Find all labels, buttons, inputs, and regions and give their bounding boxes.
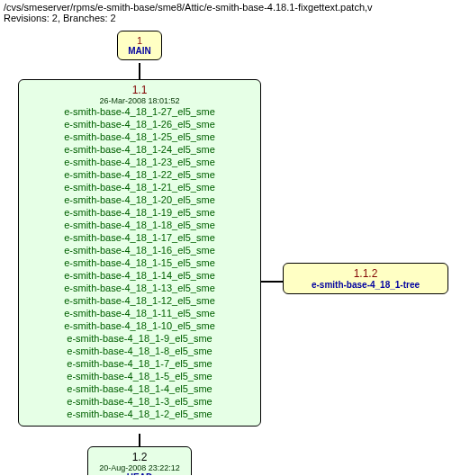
main-branch-node: 1 MAIN: [117, 31, 162, 60]
revision-tag: e-smith-base-4_18_1-5_el5_sme: [24, 370, 255, 382]
revision-tag-list: e-smith-base-4_18_1-27_el5_smee-smith-ba…: [24, 105, 255, 420]
revision-tag: e-smith-base-4_18_1-27_el5_sme: [24, 105, 255, 118]
revision-tag: e-smith-base-4_18_1-14_el5_sme: [24, 269, 255, 282]
revision-tag: e-smith-base-4_18_1-4_el5_sme: [24, 382, 255, 395]
main-branch-label: MAIN: [120, 46, 159, 56]
revision-tag: e-smith-base-4_18_1-12_el5_sme: [24, 294, 255, 307]
revision-tag: e-smith-base-4_18_1-11_el5_sme: [24, 307, 255, 319]
revision-tag: e-smith-base-4_18_1-15_el5_sme: [24, 256, 255, 269]
revision-tag: e-smith-base-4_18_1-25_el5_sme: [24, 130, 255, 143]
revision-tag: e-smith-base-4_18_1-10_el5_sme: [24, 319, 255, 332]
revision-tag: e-smith-base-4_18_1-18_el5_sme: [24, 219, 255, 231]
revisions-meta: Revisions: 2, Branches: 2: [4, 13, 457, 23]
revision-1.1-node: 1.1 26-Mar-2008 18:01:52 e-smith-base-4_…: [18, 79, 261, 427]
file-path-header: /cvs/smeserver/rpms/e-smith-base/sme8/At…: [0, 0, 461, 25]
revision-tag: e-smith-base-4_18_1-17_el5_sme: [24, 231, 255, 244]
connector-line: [139, 63, 140, 79]
head-label: HEAD: [92, 472, 187, 475]
revision-date: 20-Aug-2008 23:22:12: [92, 463, 187, 472]
revision-version: 1.2: [92, 451, 187, 463]
revision-graph: 1 MAIN 1.1 26-Mar-2008 18:01:52 e-smith-…: [0, 25, 461, 475]
file-path: /cvs/smeserver/rpms/e-smith-base/sme8/At…: [4, 2, 457, 13]
revision-tag: e-smith-base-4_18_1-23_el5_sme: [24, 156, 255, 168]
revision-tag: e-smith-base-4_18_1-16_el5_sme: [24, 244, 255, 256]
revision-tag: e-smith-base-4_18_1-19_el5_sme: [24, 206, 255, 219]
branch-1.1.2-node: 1.1.2 e-smith-base-4_18_1-tree: [283, 263, 448, 294]
branch-version: 1.1.2: [287, 267, 444, 280]
revision-tag: e-smith-base-4_18_1-3_el5_sme: [24, 395, 255, 408]
branch-name: e-smith-base-4_18_1-tree: [287, 280, 444, 290]
revision-tag: e-smith-base-4_18_1-24_el5_sme: [24, 143, 255, 156]
revision-tag: e-smith-base-4_18_1-7_el5_sme: [24, 357, 255, 370]
revision-date: 26-Mar-2008 18:01:52: [24, 96, 255, 105]
main-branch-number: 1: [120, 35, 159, 46]
revision-tag: e-smith-base-4_18_1-9_el5_sme: [24, 332, 255, 345]
revision-tag: e-smith-base-4_18_1-20_el5_sme: [24, 193, 255, 206]
revision-1.2-node: 1.2 20-Aug-2008 23:22:12 HEAD: [87, 446, 192, 475]
revision-version: 1.1: [24, 84, 255, 96]
revision-tag: e-smith-base-4_18_1-8_el5_sme: [24, 345, 255, 357]
connector-line: [261, 281, 283, 283]
revision-tag: e-smith-base-4_18_1-21_el5_sme: [24, 181, 255, 193]
connector-line: [139, 434, 140, 446]
revision-tag: e-smith-base-4_18_1-22_el5_sme: [24, 168, 255, 181]
revision-tag: e-smith-base-4_18_1-2_el5_sme: [24, 408, 255, 420]
revision-tag: e-smith-base-4_18_1-13_el5_sme: [24, 282, 255, 294]
revision-tag: e-smith-base-4_18_1-26_el5_sme: [24, 118, 255, 130]
